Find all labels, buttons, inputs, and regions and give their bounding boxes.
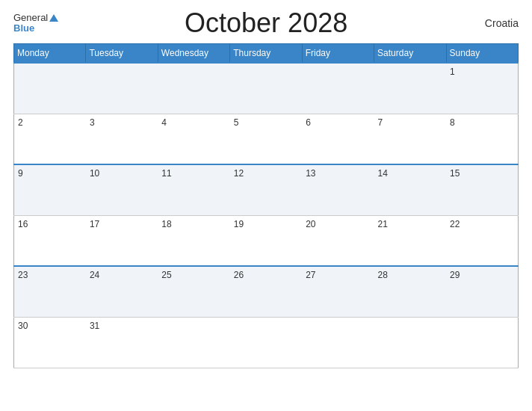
day-number: 22 [450, 219, 460, 229]
calendar-day-cell: 25 [158, 266, 229, 317]
calendar-day-cell: 31 [86, 317, 158, 368]
day-number: 29 [450, 270, 460, 280]
day-number: 8 [450, 117, 455, 128]
day-number: 27 [306, 270, 315, 280]
col-wednesday: Wednesday [158, 44, 229, 64]
calendar-day-cell [158, 317, 229, 368]
calendar-day-cell: 13 [302, 164, 374, 215]
calendar-day-cell: 23 [14, 266, 86, 317]
calendar-day-cell: 15 [446, 164, 518, 215]
calendar-day-cell: 5 [230, 114, 302, 164]
calendar-day-cell [230, 63, 302, 114]
day-number: 3 [90, 117, 95, 128]
day-number: 5 [234, 117, 239, 128]
day-number: 1 [450, 67, 455, 77]
day-number: 25 [161, 270, 171, 280]
calendar-day-cell: 30 [14, 317, 86, 368]
day-number: 12 [234, 168, 244, 179]
calendar-day-cell: 29 [446, 266, 518, 317]
calendar-header-row: Monday Tuesday Wednesday Thursday Friday… [14, 44, 519, 64]
day-number: 18 [161, 219, 171, 229]
day-number: 11 [161, 168, 171, 179]
day-number: 16 [18, 219, 28, 229]
calendar-day-cell: 16 [14, 215, 86, 266]
day-number: 6 [306, 117, 311, 128]
calendar-day-cell: 18 [158, 215, 229, 266]
logo-blue-label: Blue [13, 23, 34, 34]
calendar-day-cell: 19 [230, 215, 302, 266]
calendar-day-cell: 10 [86, 164, 158, 215]
day-number: 28 [378, 270, 388, 280]
calendar-day-cell [158, 63, 229, 114]
calendar-day-cell: 8 [446, 114, 518, 164]
day-number: 9 [18, 168, 23, 179]
day-number: 15 [450, 168, 460, 179]
calendar-week-row: 23242526272829 [14, 266, 519, 317]
col-friday: Friday [302, 44, 374, 64]
country-label: Croatia [474, 17, 519, 29]
day-number: 13 [306, 168, 315, 179]
calendar-day-cell: 14 [374, 164, 446, 215]
calendar-day-cell: 1 [446, 63, 518, 114]
calendar-day-cell [14, 63, 86, 114]
calendar-week-row: 2345678 [14, 114, 519, 164]
calendar-day-cell: 7 [374, 114, 446, 164]
day-number: 14 [378, 168, 388, 179]
calendar-body: 1234567891011121314151617181920212223242… [14, 63, 519, 368]
page: General Blue October 2028 Croatia Monday… [0, 0, 532, 411]
col-sunday: Sunday [446, 44, 518, 64]
calendar-week-row: 9101112131415 [14, 164, 519, 215]
calendar-day-cell: 28 [374, 266, 446, 317]
calendar-day-cell: 9 [14, 164, 86, 215]
calendar-day-cell [374, 63, 446, 114]
calendar-day-cell: 24 [86, 266, 158, 317]
calendar-day-cell [86, 63, 158, 114]
calendar-day-cell: 27 [302, 266, 374, 317]
calendar-week-row: 1 [14, 63, 519, 114]
calendar-day-cell: 26 [230, 266, 302, 317]
logo-general-label: General [13, 13, 48, 23]
calendar-day-cell [302, 317, 374, 368]
calendar-day-cell: 17 [86, 215, 158, 266]
logo-general-text: General [13, 13, 58, 23]
calendar-week-row: 3031 [14, 317, 519, 368]
calendar-day-cell: 12 [230, 164, 302, 215]
day-number: 4 [161, 117, 167, 128]
day-number: 31 [90, 321, 99, 331]
calendar-table: Monday Tuesday Wednesday Thursday Friday… [13, 43, 519, 368]
col-thursday: Thursday [230, 44, 302, 64]
calendar-week-row: 16171819202122 [14, 215, 519, 266]
calendar-day-cell: 20 [302, 215, 374, 266]
day-number: 20 [306, 219, 315, 229]
day-number: 17 [90, 219, 99, 229]
col-monday: Monday [14, 44, 86, 64]
day-number: 23 [18, 270, 28, 280]
col-saturday: Saturday [374, 44, 446, 64]
calendar-title: October 2028 [58, 7, 474, 39]
day-number: 19 [234, 219, 244, 229]
day-number: 21 [378, 219, 388, 229]
day-number: 30 [18, 321, 28, 331]
calendar-day-cell: 3 [86, 114, 158, 164]
day-number: 26 [234, 270, 244, 280]
day-number: 24 [90, 270, 99, 280]
logo: General Blue [13, 13, 58, 34]
day-number: 2 [18, 117, 23, 128]
calendar-day-cell [374, 317, 446, 368]
calendar-day-cell [302, 63, 374, 114]
header: General Blue October 2028 Croatia [13, 7, 519, 39]
calendar-day-cell [230, 317, 302, 368]
calendar-day-cell: 11 [158, 164, 229, 215]
col-tuesday: Tuesday [86, 44, 158, 64]
calendar-day-cell: 22 [446, 215, 518, 266]
calendar-day-cell: 21 [374, 215, 446, 266]
calendar-day-cell: 4 [158, 114, 229, 164]
day-number: 10 [90, 168, 99, 179]
calendar-day-cell: 6 [302, 114, 374, 164]
calendar-day-cell: 2 [14, 114, 86, 164]
logo-triangle-icon [49, 14, 58, 22]
calendar-day-cell [446, 317, 518, 368]
day-number: 7 [378, 117, 383, 128]
